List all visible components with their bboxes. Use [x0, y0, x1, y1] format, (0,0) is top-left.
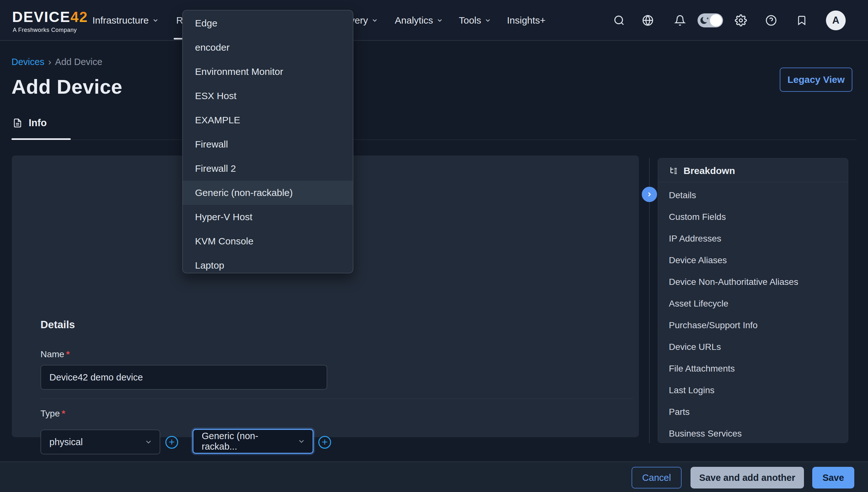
- page-title: Add Device: [11, 75, 122, 98]
- notifications-bell-icon[interactable]: [672, 0, 688, 41]
- globe-icon[interactable]: [640, 0, 656, 41]
- logo-tagline: A Freshworks Company: [13, 27, 77, 33]
- dropdown-option[interactable]: encoder: [183, 35, 353, 59]
- dropdown-option[interactable]: Environment Monitor: [183, 59, 353, 84]
- section-title: Details: [41, 319, 75, 331]
- tab-info[interactable]: Info: [13, 117, 47, 129]
- dropdown-option[interactable]: Hyper-V Host: [183, 205, 353, 229]
- dropdown-option[interactable]: Edge: [183, 11, 353, 35]
- breakdown-panel: Breakdown Details Custom Fields IP Addre…: [658, 158, 848, 443]
- search-icon[interactable]: [611, 0, 627, 41]
- tab-divider: [11, 140, 857, 140]
- dropdown-option[interactable]: Firewall: [183, 132, 353, 156]
- dropdown-option[interactable]: KVM Console: [183, 229, 353, 253]
- breakdown-item[interactable]: Custom Fields: [669, 212, 726, 222]
- tab-info-label: Info: [29, 117, 47, 129]
- cancel-button[interactable]: Cancel: [631, 467, 681, 489]
- nav-item-tools[interactable]: Tools: [459, 0, 491, 41]
- dropdown-option[interactable]: EXAMPLE: [183, 108, 353, 132]
- top-nav: DEVICE42 A Freshworks Company Infrastruc…: [0, 0, 868, 41]
- theme-toggle[interactable]: +: [697, 14, 723, 27]
- breadcrumb-devices-link[interactable]: Devices: [11, 57, 44, 67]
- user-avatar[interactable]: A: [826, 10, 846, 30]
- breakdown-item[interactable]: Device Aliases: [669, 255, 727, 266]
- footer-action-bar: Cancel Save and add another Save: [0, 461, 868, 492]
- settings-gear-icon[interactable]: [733, 0, 749, 41]
- chevron-down-icon: [144, 438, 153, 446]
- breakdown-item[interactable]: Parts: [669, 407, 690, 417]
- tree-list-icon: [669, 166, 678, 176]
- chevron-down-icon: [152, 17, 159, 24]
- logo-42: 42: [70, 8, 88, 25]
- chevron-down-icon: [436, 17, 443, 24]
- add-subtype-button[interactable]: +: [318, 436, 331, 449]
- breakdown-item[interactable]: Last Logins: [669, 385, 714, 395]
- chevron-down-icon: [371, 17, 378, 24]
- dropdown-option[interactable]: ESX Host: [183, 84, 353, 108]
- save-and-add-another-button[interactable]: Save and add another: [691, 467, 804, 489]
- breakdown-item[interactable]: File Attachments: [669, 364, 735, 374]
- sidebar-collapse-button[interactable]: [642, 187, 657, 202]
- add-device-page: DEVICE42 A Freshworks Company Infrastruc…: [0, 0, 868, 492]
- tab-active-underline: [11, 138, 71, 140]
- breakdown-item[interactable]: Purchase/Support Info: [669, 320, 758, 330]
- divider: [40, 399, 633, 399]
- save-button[interactable]: Save: [812, 467, 854, 489]
- sparkle-icon: +: [706, 16, 709, 21]
- help-icon[interactable]: [763, 0, 779, 41]
- breakdown-header: Breakdown: [669, 165, 735, 176]
- logo-device: DEVICE: [12, 8, 70, 25]
- nav-item-infrastructure[interactable]: Infrastructure: [92, 0, 159, 41]
- theme-toggle-knob: [710, 14, 722, 26]
- subtype-select[interactable]: Generic (non-rackab...: [193, 429, 314, 454]
- chevron-right-icon: [646, 191, 653, 198]
- name-input[interactable]: [41, 365, 327, 390]
- type-label: Type*: [41, 409, 65, 419]
- breakdown-item[interactable]: Device URLs: [669, 342, 721, 352]
- device42-logo[interactable]: DEVICE42: [12, 8, 88, 25]
- legacy-view-button[interactable]: Legacy View: [780, 68, 852, 92]
- dropdown-option[interactable]: Laptop: [183, 253, 353, 273]
- breakdown-item[interactable]: Details: [669, 190, 696, 200]
- breakdown-item[interactable]: Device Non-Authoritative Aliases: [669, 277, 798, 287]
- breakdown-item[interactable]: IP Addresses: [669, 233, 721, 244]
- nav-item-analytics[interactable]: Analytics: [395, 0, 443, 41]
- subtype-dropdown-menu: Edge encoder Environment Monitor ESX Hos…: [182, 10, 353, 273]
- type-select[interactable]: physical: [41, 429, 160, 454]
- divider: [658, 182, 848, 182]
- breakdown-item[interactable]: Business Services: [669, 428, 742, 439]
- bookmark-icon[interactable]: [793, 0, 810, 41]
- breadcrumb-separator: ›: [48, 57, 51, 67]
- document-icon: [13, 118, 22, 128]
- breakdown-item[interactable]: Asset Lifecycle: [669, 299, 728, 309]
- dropdown-option-highlighted[interactable]: Generic (non-rackable): [183, 181, 353, 205]
- breadcrumb-current: Add Device: [55, 57, 102, 67]
- required-asterisk: *: [65, 349, 70, 359]
- chevron-down-icon: [485, 17, 491, 24]
- add-type-button[interactable]: +: [165, 436, 178, 449]
- dropdown-option[interactable]: Firewall 2: [183, 156, 353, 181]
- required-asterisk: *: [60, 409, 65, 418]
- chevron-down-icon: [297, 437, 305, 445]
- name-label: Name*: [41, 349, 70, 360]
- nav-item-insights[interactable]: Insights+: [507, 0, 546, 41]
- breadcrumb: Devices › Add Device: [11, 57, 102, 67]
